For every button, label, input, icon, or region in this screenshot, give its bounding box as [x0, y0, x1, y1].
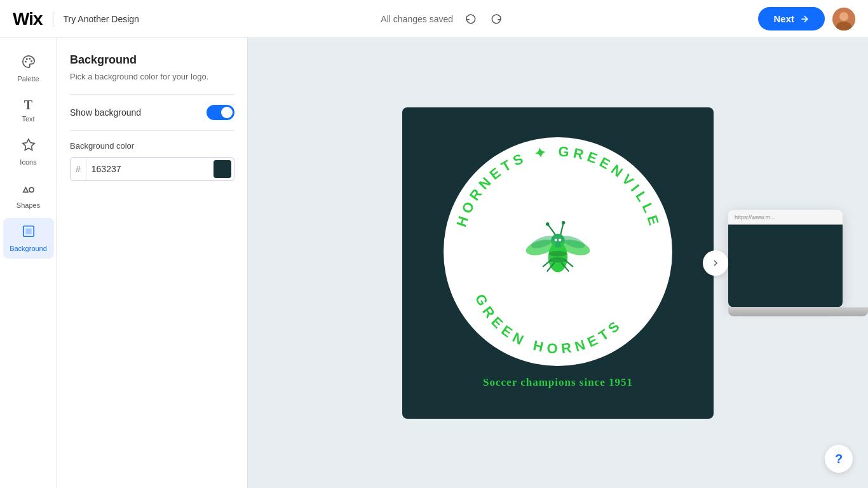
panel-title: Background: [70, 53, 234, 67]
background-icon: [22, 224, 36, 242]
help-label: ?: [835, 452, 843, 466]
svg-point-22: [562, 221, 565, 224]
app-header: Wix Try Another Design All changes saved…: [0, 0, 868, 38]
icon-sidebar: Palette T Text Icons Shapes: [0, 38, 57, 488]
logo-area: Wix: [13, 9, 43, 29]
page-title: Try Another Design: [64, 14, 139, 24]
svg-point-4: [25, 58, 27, 60]
svg-point-20: [546, 222, 549, 226]
toggle-thumb: [221, 107, 233, 118]
mockup-browser: https://www.m...: [728, 210, 843, 308]
sidebar-item-shapes[interactable]: Shapes: [3, 175, 54, 215]
undo-button[interactable]: [461, 9, 481, 29]
mockup-url-bar: https://www.m...: [728, 210, 843, 225]
sidebar-item-text[interactable]: T Text: [3, 92, 54, 129]
panel-divider-2: [70, 130, 234, 131]
svg-rect-10: [25, 228, 31, 234]
sidebar-text-label: Text: [22, 115, 34, 123]
svg-point-6: [31, 60, 32, 62]
svg-point-3: [25, 61, 27, 63]
undo-redo-group: [461, 9, 506, 29]
show-background-label: Show background: [70, 107, 141, 118]
redo-button[interactable]: [486, 9, 506, 29]
logo-tagline: Soccer champions since 1951: [483, 376, 633, 389]
text-icon: T: [24, 98, 32, 112]
sidebar-icons-label: Icons: [20, 158, 36, 166]
background-panel: Background Pick a background color for y…: [57, 38, 248, 488]
canvas-area: HORNETS ✦ GREENVILLE GREEN HORNETS: [248, 38, 868, 488]
color-hash: #: [71, 158, 86, 180]
svg-point-30: [559, 238, 561, 241]
svg-marker-7: [22, 139, 34, 150]
color-value-input[interactable]: [86, 164, 211, 174]
panel-divider-1: [70, 94, 234, 95]
color-section-label: Background color: [70, 141, 234, 151]
next-button[interactable]: Next: [758, 7, 825, 30]
mockup-content: [728, 225, 843, 308]
svg-line-21: [560, 223, 563, 234]
sidebar-item-icons[interactable]: Icons: [3, 132, 54, 172]
svg-point-1: [839, 12, 848, 21]
sidebar-item-palette[interactable]: Palette: [3, 48, 54, 89]
icons-icon: [22, 138, 36, 156]
show-background-toggle[interactable]: [207, 105, 234, 120]
canvas-next-button[interactable]: [703, 250, 728, 276]
svg-point-29: [555, 238, 557, 241]
saved-status: All changes saved: [381, 14, 453, 24]
svg-text:GREEN HORNETS: GREEN HORNETS: [472, 292, 626, 357]
svg-point-27: [549, 251, 567, 257]
hornet-illustration: [517, 210, 599, 293]
svg-point-8: [29, 187, 33, 192]
palette-icon: [22, 55, 36, 72]
laptop-base: [728, 308, 868, 316]
avatar[interactable]: [832, 8, 855, 30]
color-input-row: #: [70, 157, 234, 181]
color-swatch[interactable]: [214, 160, 231, 178]
sidebar-palette-label: Palette: [17, 75, 39, 83]
svg-point-5: [29, 58, 31, 60]
svg-point-28: [550, 257, 566, 263]
wix-logo: Wix: [13, 9, 43, 29]
panel-subtitle: Pick a background color for your logo.: [70, 72, 234, 81]
svg-line-19: [548, 224, 555, 234]
header-divider: [53, 11, 53, 27]
logo-card: HORNETS ✦ GREENVILLE GREEN HORNETS: [402, 107, 714, 419]
sidebar-background-label: Background: [10, 245, 47, 252]
show-background-row: Show background: [70, 105, 234, 120]
header-center: All changes saved: [139, 9, 749, 29]
logo-circle: HORNETS ✦ GREENVILLE GREEN HORNETS: [444, 137, 672, 366]
next-label: Next: [773, 13, 794, 24]
main-layout: Palette T Text Icons Shapes: [0, 38, 868, 488]
help-button[interactable]: ?: [825, 445, 853, 473]
sidebar-shapes-label: Shapes: [17, 201, 40, 209]
right-mockup: https://www.m...: [728, 210, 868, 316]
sidebar-item-background[interactable]: Background: [3, 218, 54, 259]
shapes-icon: [22, 181, 36, 199]
